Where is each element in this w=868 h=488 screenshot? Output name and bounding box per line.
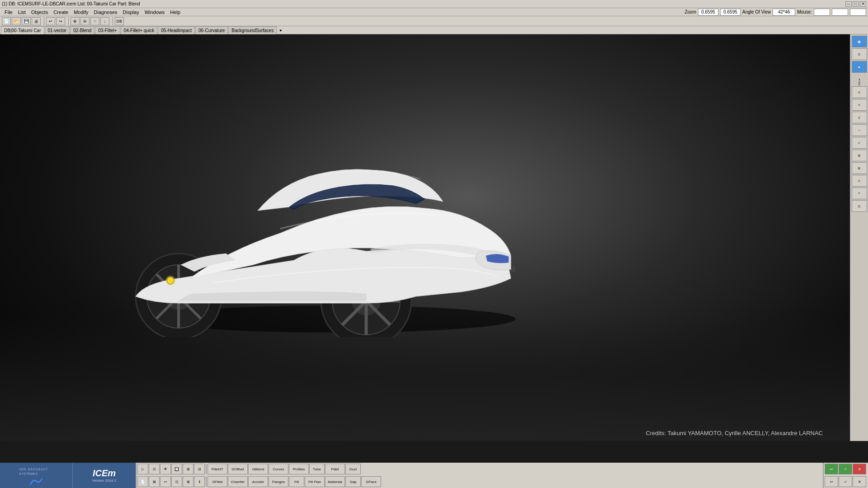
toolbar-btn-6[interactable]: ⊖ [80,17,90,25]
bt-array-btn[interactable]: ⊞ [183,476,193,487]
angle-label: Angle Of View [742,9,771,14]
tab-backgroundsurfaces[interactable]: BackgroundSurfaces [228,26,277,34]
bt-eye-btn[interactable]: 👁 [160,464,171,474]
toolbar-btn-7[interactable]: ↑ [90,17,99,25]
bt-addenda-btn[interactable]: Addenda [325,476,345,487]
tab-01-vector[interactable]: 01-vector [45,26,70,34]
bt-acceler-btn[interactable]: Acceler [248,476,268,487]
mouse-btn3[interactable] [850,9,866,16]
ds-logo-mark [29,478,43,486]
dassault-logo-svg: 3DS DASSAULT SYSTÈMES [18,465,54,478]
menu-modify[interactable]: Modify [71,8,91,16]
ra-confirm-btn[interactable]: ✓ [839,464,852,474]
sidebar-btn-2[interactable]: ● [852,61,867,73]
mouse-btn2[interactable] [832,9,848,16]
menu-display[interactable]: Display [120,8,142,16]
3d-viewport[interactable]: db Credits: Takumi YAMAMOTO, Cyrille ANC… [0,34,850,441]
bt-select-btn[interactable]: ▷ [137,464,148,474]
tab-03-fillet[interactable]: 03-Fillet+ [95,26,120,34]
menu-list[interactable]: List [15,8,28,16]
toolbar-btn-print[interactable]: 🖨 [32,17,41,25]
ra-cancel2-btn[interactable]: ✕ [853,476,866,487]
angle-input[interactable] [773,9,795,16]
toolbar-btn-8[interactable]: ↓ [100,17,109,25]
mouse-btn1[interactable] [814,9,830,16]
sidebar-btn-add[interactable]: ⊕ [852,150,867,161]
bt-curves-btn[interactable]: Curves [269,464,288,474]
sidebar-btn-move[interactable]: ↔ [852,124,867,136]
menu-windows[interactable]: Windows [142,8,168,16]
bt-gap-btn[interactable]: Gap [345,476,361,487]
bt-point-btn[interactable]: ⊡ [149,464,160,474]
bt-duct-btn[interactable]: Duct [345,464,361,474]
bt-new-btn[interactable]: 📄 [137,476,148,487]
sidebar-btn-x[interactable]: X [852,86,867,98]
bt-render-btn[interactable]: 🔲 [171,464,182,474]
toolbar-btn-5[interactable]: ⊕ [71,17,80,25]
menu-file[interactable]: File [2,8,15,16]
bottom-tools-row1: ▷ ⊡ 👁 🔲 ⊞ ⊟ Fillet3T GOffset GBlend Curv… [137,463,823,475]
bt-undo-btn[interactable]: ↩ [160,476,171,487]
main-toolbar: 📄 📂 💾 🖨 ↩ ↪ ⊕ ⊖ ↑ ↓ DB [0,16,868,26]
sidebar-btn-0[interactable]: ◉ [852,36,867,47]
tab-02-blend[interactable]: 02-Blend [70,26,94,34]
ra-undo-btn[interactable]: ↩ [825,464,838,474]
toolbar-btn-undo[interactable]: ↩ [46,17,55,25]
sidebar-btn-scale[interactable]: ⤢ [852,137,867,149]
sidebar-btn-z[interactable]: Z [852,112,867,123]
menu-create[interactable]: Create [51,8,71,16]
sidebar-btn-y[interactable]: Y [852,99,867,111]
bottom-toolbar: 3DS DASSAULT SYSTÈMES ICEm Version 2024.… [0,463,868,488]
title-text: (1) DB: ICEMSURF-LE-DBCAR.icem List: 00-… [2,1,845,6]
bt-fillflan-btn[interactable]: Fill Flan [305,476,325,487]
menu-objects[interactable]: Objects [28,8,51,16]
sidebar-btn-rem[interactable]: ⊗ [852,162,867,174]
tab-06-curvature[interactable]: 06-Curvature [195,26,228,34]
icem-text: ICEm [93,468,116,479]
bt-gface-btn[interactable]: GFace [361,476,381,487]
sidebar-btn-1[interactable]: ⊙ [852,48,867,60]
bt-gfillet-btn[interactable]: GFillet [208,476,227,487]
sidebar-btn-omega[interactable]: Ω [852,200,867,212]
bottom-tools-row2: 📄 ⊠ ↩ ⊡ ⊞ ℹ GFillet Chamfer Acceler Flan… [137,475,823,488]
bt-gblend-btn[interactable]: GBlend [248,464,268,474]
bt-fill-btn[interactable]: Fill [289,476,304,487]
sidebar-view-label: Vw▾ [858,73,861,86]
bt-open-btn[interactable]: ⊠ [149,476,160,487]
bt-chamfer-btn[interactable]: Chamfer [228,476,248,487]
bt-sep2 [206,477,207,487]
ra-confirm2-btn[interactable]: ✓ [839,476,852,487]
toolbar-btn-save[interactable]: 💾 [22,17,31,25]
bt-measure-btn[interactable]: ⊟ [194,464,205,474]
menubar: File List Objects Create Modify Diagnose… [0,8,868,16]
bt-fillet-btn[interactable]: Fillet [325,464,345,474]
bt-fillet3t-btn[interactable]: Fillet3T [208,464,227,474]
maximize-button[interactable]: □ [853,1,859,7]
bt-info-btn[interactable]: ℹ [194,476,205,487]
toolbar-btn-open[interactable]: 📂 [12,17,21,25]
sidebar-btn-target[interactable]: ⌖ [852,188,867,199]
tab-add-button[interactable]: ▸ [277,27,284,34]
menu-help[interactable]: Help [167,8,183,16]
toolbar-btn-9[interactable]: DB [115,17,124,25]
tab-db-takumicar[interactable]: DB|00-Takumi Car [1,26,44,34]
bt-tube-btn[interactable]: Tube [309,464,325,474]
tab-05-headimpact[interactable]: 05-Headimpact [158,26,195,34]
bt-mirror-btn[interactable]: ⊡ [171,476,182,487]
bt-goffset-btn[interactable]: GOffset [228,464,248,474]
bt-profiles-btn[interactable]: Profiles [289,464,309,474]
ra-undo2-btn[interactable]: ↩ [825,476,838,487]
zoom-input2[interactable] [720,9,741,16]
ra-cancel-btn[interactable]: ✕ [853,464,866,474]
bt-flanges-btn[interactable]: Flanges [269,476,288,487]
tab-04-fillet-quick[interactable]: 04-Fillet+ quick [121,26,158,34]
minimize-button[interactable]: — [845,1,852,7]
menu-diagnoses[interactable]: Diagnoses [91,8,120,16]
toolbar-btn-redo[interactable]: ↪ [56,17,65,25]
zoom-input1[interactable] [698,9,718,16]
sidebar-btn-list[interactable]: ≡ [852,175,867,187]
bt-snap-btn[interactable]: ⊞ [183,464,193,474]
toolbar-btn-new[interactable]: 📄 [2,17,11,25]
bt-sep1 [206,464,207,474]
close-button[interactable]: ✕ [860,1,866,7]
